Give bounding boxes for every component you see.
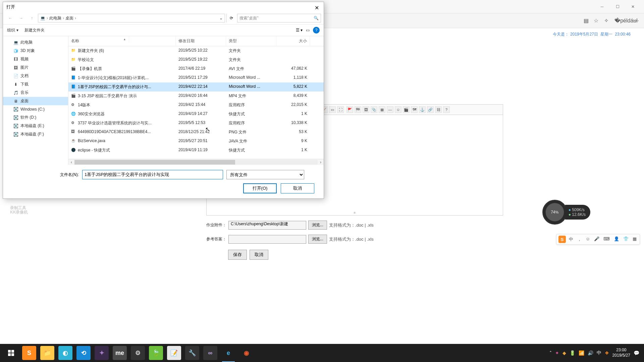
file-row[interactable]: 📁新建文件夹 (6)2019/5/25 10:22文件夹: [68, 46, 324, 55]
taskbar-app[interactable]: e: [219, 344, 237, 362]
new-folder-button[interactable]: 新建文件夹: [24, 27, 45, 33]
ime-item[interactable]: 中: [568, 236, 574, 242]
file-row[interactable]: 🌑eclipse - 快捷方式2019/4/19 11:19快捷方式1 K: [68, 146, 324, 155]
tree-item[interactable]: 💽软件 (D:): [3, 113, 68, 122]
tree-item[interactable]: 🎵音乐: [3, 88, 68, 97]
tree-item[interactable]: 💽本地磁盘 (F:): [3, 130, 68, 138]
taskbar-app[interactable]: ⚙: [129, 344, 147, 362]
system-tray[interactable]: ˄ ✦ ◆ 🔋 📶 🔊 中 ❖ 23:00 2019/5/27 💬: [549, 348, 642, 358]
help-icon[interactable]: ?: [313, 27, 320, 34]
nav-back-button[interactable]: ←: [6, 14, 15, 22]
ime-item[interactable]: 👕: [622, 236, 630, 242]
nav-up-button[interactable]: ↑: [27, 14, 37, 22]
view-preview-icon[interactable]: ▭: [306, 28, 310, 33]
file-row[interactable]: 🖼644980D19D40A7CE3B2199138BBE4...2018/12…: [68, 128, 324, 137]
col-size[interactable]: 大小: [276, 36, 310, 46]
organize-button[interactable]: 组织 ▾: [7, 27, 18, 33]
resize-handle-icon[interactable]: ≡: [354, 211, 356, 215]
tree-item[interactable]: 💽本地磁盘 (E:): [3, 122, 68, 130]
taskbar-app[interactable]: 📝: [165, 344, 183, 362]
favorite-icon[interactable]: ☆: [592, 17, 600, 24]
taskbar-app[interactable]: 📁: [38, 344, 56, 362]
tray-clock[interactable]: 23:00 2019/5/27: [612, 348, 630, 358]
ime-item[interactable]: ☺: [585, 236, 591, 242]
folder-tree[interactable]: 💻此电脑🧊3D 对象🎞视频🖼图片📄文档⬇下载🎵音乐🖥桌面💽Windows (C:…: [3, 36, 68, 165]
filename-input[interactable]: [82, 170, 223, 179]
tray-volume-icon[interactable]: 🔊: [588, 350, 593, 356]
ed-flag2-icon[interactable]: 🏁: [355, 106, 361, 113]
taskbar-app[interactable]: 🔧: [183, 344, 201, 362]
tree-item[interactable]: 💻此电脑: [3, 38, 68, 47]
ed-table-icon[interactable]: ▦: [379, 106, 385, 113]
taskbar-app[interactable]: ∞: [201, 344, 219, 362]
file-row[interactable]: ⚙3737 毕业设计选题管理系统的设计与实...2019/5/5 12:53应用…: [68, 119, 324, 128]
attachment-browse-button[interactable]: 浏览...: [308, 221, 327, 230]
answer-input[interactable]: [228, 235, 306, 244]
ed-emoji-icon[interactable]: ☺: [395, 106, 401, 113]
tree-item[interactable]: 🖥桌面: [3, 97, 68, 105]
ed-link-icon[interactable]: 🔗: [427, 106, 434, 113]
file-row[interactable]: 🎬【录像】机票2017/4/6 22:19AVI 文件47,062 K: [68, 64, 324, 73]
tray-ime1-icon[interactable]: 中: [597, 350, 601, 356]
share-icon[interactable]: �például: [623, 17, 630, 24]
save-button[interactable]: 保存: [228, 250, 247, 260]
dialog-close-button[interactable]: ✕: [312, 4, 321, 11]
tray-battery-icon[interactable]: 🔋: [570, 350, 575, 356]
ime-item[interactable]: ▦: [632, 236, 638, 242]
file-row[interactable]: 📘1-毕业设计(论文)模板(2018届)-计算机...2019/5/21 17:…: [68, 73, 324, 82]
ime-item[interactable]: ⌨: [602, 236, 611, 242]
file-row[interactable]: ⚙14版本2019/4/2 15:44应用程序22,015 K: [68, 101, 324, 110]
ed-help-icon[interactable]: ?: [443, 106, 450, 113]
ed-hr-icon[interactable]: —: [387, 106, 393, 113]
ime-logo-icon[interactable]: S: [558, 236, 566, 243]
attachment-input[interactable]: C:\Users\zhupeng\Desktop\新建: [228, 221, 306, 230]
file-row[interactable]: 🎬3-15 JSP 校园二手交易平台 演示2019/4/20 16:44MP4 …: [68, 92, 324, 101]
netspeed-widget[interactable]: 74% 509K/s 12.6K/s: [542, 200, 590, 225]
nav-forward-button[interactable]: →: [16, 14, 26, 22]
ime-item[interactable]: 🎤: [593, 236, 600, 242]
chevron-down-icon[interactable]: ⌄: [219, 16, 223, 20]
horizontal-scrollbar[interactable]: ‹›: [68, 159, 324, 165]
ed-anchor-icon[interactable]: ⚓: [419, 106, 426, 113]
ime-toolbar[interactable]: S 中，☺🎤⌨👤👕▦: [556, 234, 640, 245]
address-bar[interactable]: 💻 › 此电脑 › 桌面 › ⌄: [38, 14, 225, 22]
taskbar-app[interactable]: 🍃: [147, 344, 165, 362]
tray-app1-icon[interactable]: ✦: [555, 350, 559, 356]
maximize-button[interactable]: ☐: [610, 2, 625, 12]
tree-item[interactable]: 🎞视频: [3, 55, 68, 63]
ime-item[interactable]: 👤: [613, 236, 620, 242]
tray-notifications-icon[interactable]: 💬: [634, 350, 639, 356]
breadcrumb-loc[interactable]: 桌面: [65, 15, 73, 21]
refresh-button[interactable]: ⟳: [226, 14, 236, 22]
ed-img-icon[interactable]: 🖼: [363, 106, 369, 113]
ed-flag-icon[interactable]: 🚩: [346, 106, 353, 113]
tray-wifi-icon[interactable]: 📶: [579, 350, 584, 356]
ed-full-icon[interactable]: ⛶: [337, 106, 344, 113]
ed-map-icon[interactable]: 🗺: [411, 106, 418, 113]
col-type[interactable]: 类型: [226, 36, 276, 46]
tree-item[interactable]: 💽Windows (C:): [3, 105, 68, 113]
tray-app2-icon[interactable]: ◆: [562, 350, 566, 356]
tree-item[interactable]: ⬇下载: [3, 80, 68, 88]
file-row[interactable]: ☕BizService.java2019/5/27 20:51JAVA 文件9 …: [68, 137, 324, 146]
ed-unlink-icon[interactable]: ⛓: [435, 106, 442, 113]
close-button[interactable]: ✕: [625, 2, 641, 12]
tree-item[interactable]: 🖼图片: [3, 63, 68, 72]
bookmark-icon[interactable]: ✧: [602, 17, 610, 24]
col-date[interactable]: 修改日期: [176, 36, 226, 46]
tray-ime2-icon[interactable]: ❖: [605, 350, 609, 356]
ed-select-icon[interactable]: ▭: [329, 106, 336, 113]
filter-select[interactable]: 所有文件: [226, 170, 304, 179]
dialog-cancel-button[interactable]: 取消: [281, 183, 314, 193]
open-button[interactable]: 打开(O): [243, 183, 277, 193]
file-list-header[interactable]: ▲ 名称 修改日期 类型 大小: [68, 36, 324, 46]
ime-item[interactable]: ，: [576, 236, 583, 242]
ed-media-icon[interactable]: 🎬: [403, 106, 410, 113]
taskbar-app[interactable]: ◉: [237, 344, 256, 362]
taskbar-app[interactable]: ✦: [93, 344, 111, 362]
tree-item[interactable]: 🧊3D 对象: [3, 47, 68, 55]
start-button[interactable]: [2, 344, 20, 362]
taskbar-app[interactable]: ⟲: [74, 344, 93, 362]
taskbar-app[interactable]: ◐: [56, 344, 74, 362]
cancel-button[interactable]: 取消: [250, 250, 268, 260]
